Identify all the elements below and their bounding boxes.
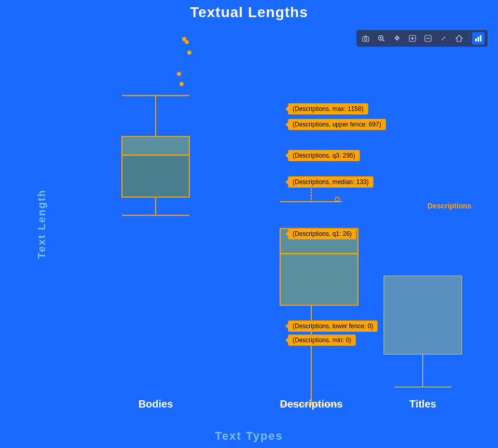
descriptions-legend: Descriptions: [425, 201, 474, 211]
tooltip-lower-fence: (Descriptions, lower fence: 0): [288, 320, 378, 332]
y-axis-label: Text Length: [36, 189, 48, 259]
svg-point-25: [187, 51, 191, 55]
svg-point-28: [179, 82, 184, 86]
titles-label: Titles: [409, 398, 436, 410]
svg-point-27: [182, 37, 186, 41]
chart-svg: 100k 5 2 10k 5 2 1000 5 2 100 5 2 10 5 2…: [42, 23, 488, 417]
tooltip-q1: (Descriptions, q1: 26): [288, 228, 356, 240]
svg-rect-38: [384, 276, 462, 354]
tooltip-q3: (Descriptions, q3: 295): [288, 150, 360, 161]
tooltip-median: (Descriptions, median: 133): [288, 176, 374, 188]
bodies-label: Bodies: [139, 398, 173, 410]
svg-rect-20: [122, 136, 189, 155]
x-axis-label: Text Types: [215, 429, 283, 443]
tooltip-min: (Descriptions, min: 0): [288, 334, 356, 346]
svg-point-29: [177, 72, 181, 76]
descriptions-boxplot: [280, 184, 462, 405]
tooltip-max: (Descriptions, max: 1158): [288, 103, 368, 115]
svg-point-31: [335, 197, 339, 201]
chart-title: Textual Lengths: [0, 0, 498, 21]
descriptions-label: Descriptions: [280, 398, 342, 410]
svg-rect-34: [280, 229, 358, 305]
tooltip-upper-fence: (Descriptions, upper fence: 697): [288, 119, 386, 130]
bodies-boxplot: [122, 37, 191, 215]
svg-rect-22: [122, 155, 189, 197]
